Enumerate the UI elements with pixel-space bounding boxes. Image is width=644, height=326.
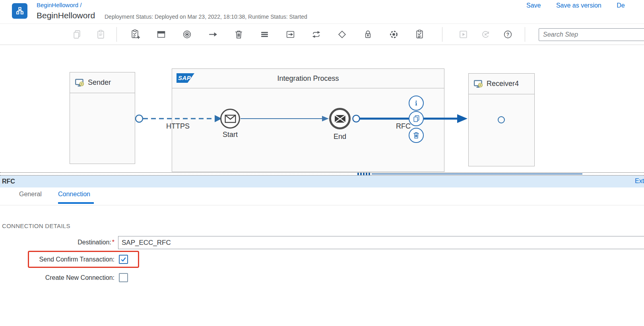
target-icon[interactable] <box>182 29 192 40</box>
start-event[interactable] <box>220 109 240 129</box>
receiver-header: Receiver4 <box>469 74 534 94</box>
svg-text:?: ? <box>506 32 509 37</box>
paste-icon <box>95 29 106 40</box>
integration-process-title: Integration Process <box>172 69 444 88</box>
lock-icon[interactable] <box>363 29 373 40</box>
sender-participant[interactable]: Sender <box>70 72 135 164</box>
create-new-connection-label: Create New Connection: <box>0 274 114 281</box>
router-diamond-icon[interactable] <box>337 29 347 40</box>
destination-label: Destination:* <box>0 239 114 246</box>
cancel-simulation-icon <box>480 29 491 40</box>
send-confirm-transaction-label: Send Confirm Transaction: <box>0 256 114 263</box>
toolbar-separator <box>116 27 117 42</box>
toolbar-separator <box>525 27 525 42</box>
required-asterisk: * <box>112 239 114 246</box>
message-envelope-icon <box>225 115 236 123</box>
destination-input[interactable] <box>118 236 644 249</box>
receiver-label: Receiver4 <box>487 80 519 88</box>
create-new-connection-checkbox[interactable] <box>119 273 128 282</box>
integration-flow-icon <box>12 3 27 19</box>
active-tab-underline <box>58 202 94 204</box>
validator-clipboard-icon[interactable] <box>414 29 425 40</box>
integration-process[interactable]: SAP Integration Process <box>172 68 444 172</box>
pool-icon[interactable] <box>156 29 166 40</box>
help-icon[interactable]: ? <box>502 29 513 40</box>
properties-panel-header: RFC Ext <box>0 176 644 187</box>
editor-toolbar: ? <box>0 24 644 45</box>
connection-info-button[interactable] <box>409 96 424 111</box>
simulate-play-icon <box>458 29 468 40</box>
top-header: BeginHelloword / BeginHelloword Deployme… <box>0 0 644 24</box>
deploy-button[interactable]: De <box>617 2 625 9</box>
https-connection-label: HTTPS <box>166 122 190 131</box>
end-event-label: End <box>326 133 354 141</box>
start-event-label: Start <box>216 131 244 139</box>
participant-system-icon <box>473 79 484 89</box>
message-envelope-filled-icon <box>334 115 346 123</box>
tab-general[interactable]: General <box>19 191 42 198</box>
properties-tab-strip: General Connection <box>0 187 644 205</box>
checkmark-icon <box>120 256 127 263</box>
panel-resize-divider[interactable] <box>0 172 644 176</box>
external-call-icon[interactable] <box>285 29 295 40</box>
persistence-menu-icon[interactable] <box>259 29 270 40</box>
save-as-version-button[interactable]: Save as version <box>556 2 601 9</box>
flow-canvas[interactable]: Sender SAP Integration Process Receiver4 <box>0 45 644 172</box>
connection-copy-button[interactable] <box>409 111 424 126</box>
save-button[interactable]: Save <box>526 2 541 9</box>
tab-connection[interactable]: Connection <box>58 191 90 198</box>
transform-arrows-icon[interactable] <box>311 29 321 40</box>
delete-icon[interactable] <box>233 29 244 40</box>
trash-icon <box>412 131 420 139</box>
sender-label: Sender <box>88 78 111 87</box>
connection-details-heading: CONNECTION DETAILS <box>2 223 70 229</box>
connector-arrow-icon[interactable] <box>208 29 218 40</box>
integration-mesh-icon[interactable] <box>388 29 399 40</box>
header-actions: Save Save as version De <box>513 2 644 12</box>
add-task-icon[interactable] <box>130 29 140 40</box>
participant-system-icon <box>75 78 85 88</box>
send-confirm-transaction-checkbox[interactable] <box>119 255 128 264</box>
copy-icon <box>412 115 420 123</box>
sender-header: Sender <box>70 72 135 93</box>
divider-grip-icon[interactable] <box>357 173 371 175</box>
receiver-participant[interactable]: Receiver4 <box>468 73 535 166</box>
sap-cpi-flow-editor: BeginHelloword / BeginHelloword Deployme… <box>0 0 644 326</box>
externalize-link[interactable]: Ext <box>635 178 644 185</box>
page-title: BeginHelloword <box>37 11 95 20</box>
breadcrumb[interactable]: BeginHelloword / <box>37 2 81 8</box>
divider-highlight <box>372 174 582 174</box>
search-step-input[interactable] <box>539 28 644 41</box>
end-event[interactable] <box>329 108 351 129</box>
toolbar-separator <box>442 27 442 42</box>
properties-panel-title: RFC <box>2 178 15 185</box>
rfc-connection-label: RFC <box>396 122 411 131</box>
connection-delete-button[interactable] <box>409 128 424 143</box>
copy-icon <box>72 29 82 40</box>
deployment-status: Deployment Status: Deployed on Mar 23, 2… <box>105 14 307 20</box>
integration-process-header: SAP Integration Process <box>172 69 444 88</box>
info-icon <box>412 99 420 107</box>
